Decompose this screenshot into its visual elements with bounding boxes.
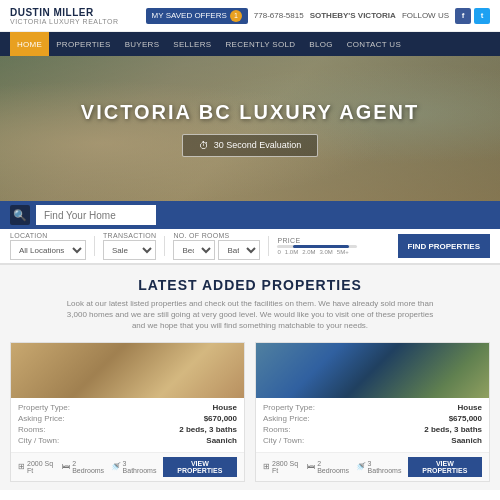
divider-3 [268, 236, 269, 256]
hero-cta-button[interactable]: ⏱ 30 Second Evaluation [182, 134, 319, 157]
nav-properties[interactable]: PROPERTIES [49, 32, 117, 56]
bed-icon-2: 🛏 [307, 462, 315, 471]
price-range-track[interactable] [277, 245, 357, 248]
hero-section: VICTORIA BC LUXURY AGENT ⏱ 30 Second Eva… [0, 56, 500, 201]
logo-sub: VICTORIA LUXURY REALTOR [10, 18, 119, 25]
latest-properties-title: LATEST ADDED PROPERTIES [10, 277, 490, 293]
sqft-stat-1: ⊞ 2000 Sq Ft [18, 460, 58, 474]
baths-stat-1: 🚿 3 Bathrooms [111, 460, 159, 474]
logo-name: DUSTIN MILLER [10, 7, 119, 18]
bath-icon: 🚿 [111, 462, 121, 471]
filter-bar: LOCATION All Locations TRANSACTION Sale … [0, 229, 500, 265]
property-card-1: Property Type: House Asking Price: $670,… [10, 342, 245, 482]
sqft-icon: ⊞ [18, 462, 25, 471]
transaction-select[interactable]: Sale [103, 240, 156, 260]
prop-footer-1: ⊞ 2000 Sq Ft 🛏 2 Bedrooms 🚿 3 Bathrooms … [11, 452, 244, 481]
bed-icon: 🛏 [62, 462, 70, 471]
what-section: WHAT ARE YOU LOOKING FOR? Whether you ar… [0, 490, 500, 500]
divider-2 [164, 236, 165, 256]
facebook-icon[interactable]: f [455, 8, 471, 24]
baths-stat-2: 🚿 3 Bathrooms [356, 460, 404, 474]
sothebys-label: SOTHEBY'S VICTORIA [310, 11, 396, 20]
search-icon-button[interactable]: 🔍 [10, 205, 30, 225]
transaction-filter: TRANSACTION Sale [103, 232, 156, 260]
offers-badge: 1 [230, 10, 242, 22]
price-range-filter: PRICE 0 1.0M 2.0M 3.0M 5M+ [277, 237, 357, 255]
prop-price-row-1: Asking Price: $670,000 [18, 414, 237, 423]
prop-city-row-2: City / Town: Saanich [263, 436, 482, 445]
search-bar: 🔍 [0, 201, 500, 229]
nav-sellers[interactable]: SELLERS [166, 32, 218, 56]
nav-buyers[interactable]: BUYERS [118, 32, 167, 56]
latest-properties-sub: Look at our latest listed properties and… [60, 298, 440, 332]
view-properties-button-2[interactable]: VIEW PROPERTIES [408, 457, 482, 477]
nav-contact-us[interactable]: CONTACT US [340, 32, 408, 56]
sqft-icon-2: ⊞ [263, 462, 270, 471]
prop-city-row-1: City / Town: Saanich [18, 436, 237, 445]
prop-rooms-row-1: Rooms: 2 beds, 3 baths [18, 425, 237, 434]
bath-icon-2: 🚿 [356, 462, 366, 471]
phone-number: 778-678-5815 [254, 11, 304, 20]
prop-price-row-2: Asking Price: $675,000 [263, 414, 482, 423]
nav-blog[interactable]: BLOG [302, 32, 339, 56]
header-top: DUSTIN MILLER VICTORIA LUXURY REALTOR MY… [0, 0, 500, 32]
find-properties-button[interactable]: FIND PROPERTIES [398, 234, 490, 258]
prop-type-row-2: Property Type: House [263, 403, 482, 412]
beds-select[interactable]: Beds [173, 240, 215, 260]
follow-us-label: FOLLOW US [402, 11, 449, 20]
beds-stat-1: 🛏 2 Bedrooms [62, 460, 106, 474]
prop-rooms-row-2: Rooms: 2 beds, 3 baths [263, 425, 482, 434]
rooms-filter: NO. OF ROOMS Beds Baths [173, 232, 260, 260]
property-info-1: Property Type: House Asking Price: $670,… [11, 398, 244, 452]
sqft-stat-2: ⊞ 2800 Sq Ft [263, 460, 303, 474]
latest-properties-section: LATEST ADDED PROPERTIES Look at our late… [0, 265, 500, 490]
property-image-2 [256, 343, 489, 398]
property-info-2: Property Type: House Asking Price: $675,… [256, 398, 489, 452]
beds-stat-2: 🛏 2 Bedrooms [307, 460, 351, 474]
nav-recently-sold[interactable]: RECENTLY SOLD [218, 32, 302, 56]
social-icons: f t [455, 8, 490, 24]
logo-area: DUSTIN MILLER VICTORIA LUXURY REALTOR [10, 7, 119, 25]
hero-title: VICTORIA BC LUXURY AGENT [81, 101, 419, 124]
properties-grid: Property Type: House Asking Price: $670,… [10, 342, 490, 482]
view-properties-button-1[interactable]: VIEW PROPERTIES [163, 457, 237, 477]
baths-select[interactable]: Baths [218, 240, 260, 260]
divider-1 [94, 236, 95, 256]
nav-home[interactable]: HOME [10, 32, 49, 56]
property-card-2: Property Type: House Asking Price: $675,… [255, 342, 490, 482]
twitter-icon[interactable]: t [474, 8, 490, 24]
saved-offers-button[interactable]: MY SAVED OFFERS 1 [146, 8, 248, 24]
prop-type-row-1: Property Type: House [18, 403, 237, 412]
prop-footer-2: ⊞ 2800 Sq Ft 🛏 2 Bedrooms 🚿 3 Bathrooms … [256, 452, 489, 481]
location-select[interactable]: All Locations [10, 240, 86, 260]
property-image-1 [11, 343, 244, 398]
nav-bar: HOME PROPERTIES BUYERS SELLERS RECENTLY … [0, 32, 500, 56]
location-filter: LOCATION All Locations [10, 232, 86, 260]
price-range-numbers: 0 1.0M 2.0M 3.0M 5M+ [277, 249, 357, 255]
clock-icon: ⏱ [199, 140, 209, 151]
price-range-fill [293, 245, 349, 248]
search-input[interactable] [36, 205, 156, 225]
